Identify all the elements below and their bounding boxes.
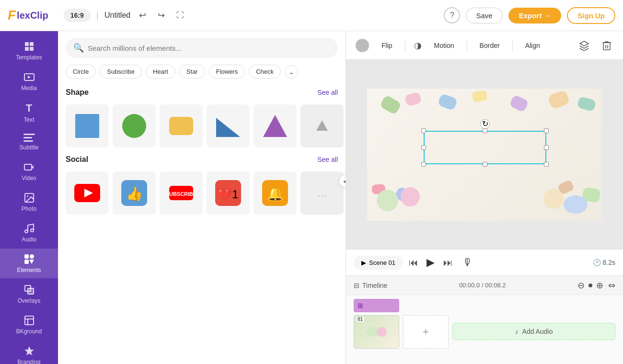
elements-icon xyxy=(23,253,35,265)
social-subscribe[interactable]: SUBSCRIBE xyxy=(160,171,203,215)
ratio-button[interactable]: 16:9 xyxy=(64,9,91,22)
sidebar-item-video[interactable]: Video xyxy=(0,157,58,186)
social-grid: 👍 SUBSCRIBE ❤️1 🔔 … xyxy=(58,168,346,218)
sidebar-item-audio[interactable]: Audio xyxy=(0,218,58,248)
shape-circle[interactable] xyxy=(113,104,156,148)
signup-button[interactable]: Sign Up xyxy=(567,7,615,24)
shape-square[interactable] xyxy=(66,104,109,148)
tags-more-button[interactable]: ⌄ xyxy=(285,65,298,79)
sidebar-item-bkground[interactable]: BKground xyxy=(0,310,58,340)
save-button[interactable]: Save xyxy=(466,8,502,23)
tag-flowers[interactable]: Flowers xyxy=(209,65,245,79)
toolbar-sep-1 xyxy=(405,40,405,51)
subtitle-icon xyxy=(23,134,35,142)
next-button[interactable]: ⏭ xyxy=(443,257,453,268)
sidebar-item-media[interactable]: Media xyxy=(0,67,58,96)
sidebar-item-text[interactable]: T Text xyxy=(0,97,58,128)
zoom-in-button[interactable]: ⊕ xyxy=(596,280,603,291)
align-button[interactable]: Align xyxy=(521,40,544,51)
bkground-icon xyxy=(23,315,35,326)
sidebar-item-branding[interactable]: Branding xyxy=(0,341,58,364)
svg-point-15 xyxy=(30,254,34,259)
redo-button[interactable]: ↪ xyxy=(155,7,168,23)
sidebar-item-elements[interactable]: Elements xyxy=(0,249,58,278)
sidebar-item-photo[interactable]: Photo xyxy=(0,187,58,217)
canvas-preview[interactable]: ↻ xyxy=(367,89,602,221)
handle-tm[interactable] xyxy=(483,128,487,133)
time-display: 🕐 8.2s xyxy=(593,259,615,266)
handle-tr[interactable] xyxy=(544,128,549,133)
svg-point-12 xyxy=(25,230,28,233)
tag-check[interactable]: Check xyxy=(249,65,281,79)
social-youtube[interactable] xyxy=(66,171,109,215)
sidebar-label-templates: Templates xyxy=(16,54,42,61)
main-content: Templates Media T Text Subtitle Video xyxy=(0,31,623,364)
export-button[interactable]: Export → xyxy=(508,8,562,23)
shape-more[interactable] xyxy=(300,104,344,148)
shape-rounded-rect[interactable] xyxy=(160,104,203,148)
toolbar-sep-3 xyxy=(512,40,513,51)
social-thumbsup[interactable]: 👍 xyxy=(113,171,156,215)
social-bell[interactable]: 🔔 xyxy=(254,171,297,215)
element-clip[interactable]: ⊞ xyxy=(354,299,399,312)
tag-circle[interactable]: Circle xyxy=(66,65,96,79)
sidebar-item-subtitle[interactable]: Subtitle xyxy=(0,129,58,156)
scene-clip-1[interactable]: 01 xyxy=(354,315,399,349)
delete-button[interactable] xyxy=(600,38,613,53)
sidebar-label-elements: Elements xyxy=(17,267,41,273)
handle-ml[interactable] xyxy=(421,145,426,150)
templates-icon xyxy=(23,41,35,52)
search-input[interactable] xyxy=(88,44,330,52)
svg-marker-28 xyxy=(263,115,287,137)
track-area: ⊞ 01 + xyxy=(354,299,449,349)
social-more[interactable]: … xyxy=(300,171,344,215)
add-audio-label: Add Audio xyxy=(522,328,553,335)
zoom-out-button[interactable]: ⊖ xyxy=(577,280,585,291)
mic-button[interactable]: 🎙 xyxy=(462,256,473,269)
add-scene-button[interactable]: + xyxy=(403,315,449,349)
add-audio-button[interactable]: ♪ Add Audio xyxy=(452,323,615,340)
tags-row: Circle Subscribe Heart Star Flowers Chec… xyxy=(58,65,346,84)
svg-rect-0 xyxy=(25,42,29,46)
play-pause-button[interactable]: ▶ xyxy=(422,254,439,271)
canvas-toolbar: Flip ◑ Motion Border Align xyxy=(346,31,623,60)
tag-heart[interactable]: Heart xyxy=(146,65,175,79)
sidebar-item-templates[interactable]: Templates xyxy=(0,36,58,66)
scene-button[interactable]: ▶ Scene 01 xyxy=(354,256,403,270)
topbar: F lexClip 16:9 | Untitled ↩ ↪ ⛶ ? Save E… xyxy=(0,0,623,31)
media-icon xyxy=(23,71,35,83)
prev-button[interactable]: ⏮ xyxy=(409,257,418,268)
handle-bm[interactable] xyxy=(483,162,487,167)
layers-button[interactable] xyxy=(577,38,591,53)
svg-rect-41 xyxy=(603,43,610,50)
fullscreen-button[interactable]: ⛶ xyxy=(173,8,187,23)
search-icon: 🔍 xyxy=(73,43,84,53)
handle-tl[interactable] xyxy=(421,128,426,133)
handle-mr[interactable] xyxy=(544,145,549,150)
tag-subscribe[interactable]: Subscribe xyxy=(100,65,142,79)
expand-timeline-button[interactable]: ⇔ xyxy=(608,280,615,291)
shape-see-all[interactable]: See all xyxy=(317,89,338,96)
handle-bl[interactable] xyxy=(421,162,426,167)
flip-button[interactable]: Flip xyxy=(378,40,396,51)
color-picker[interactable] xyxy=(356,39,369,52)
undo-button[interactable]: ↩ xyxy=(136,7,149,23)
audio-icon xyxy=(23,223,35,234)
motion-button[interactable]: Motion xyxy=(430,40,458,51)
border-button[interactable]: Border xyxy=(476,40,504,51)
timeline-toggle[interactable]: ⊟ Timeline xyxy=(354,282,387,289)
svg-rect-6 xyxy=(23,137,32,138)
tag-star[interactable]: Star xyxy=(179,65,205,79)
rotate-handle[interactable]: ↻ xyxy=(480,119,490,129)
social-see-all[interactable]: See all xyxy=(317,156,338,163)
video-icon xyxy=(23,161,35,173)
sidebar-item-overlays[interactable]: Overlays xyxy=(0,279,58,309)
handle-br[interactable] xyxy=(544,162,549,167)
canvas-wrapper: ↻ xyxy=(346,60,623,249)
shape-right-triangle[interactable] xyxy=(207,104,250,148)
help-button[interactable]: ? xyxy=(444,7,460,23)
shape-triangle[interactable] xyxy=(254,104,297,148)
selection-box[interactable]: ↻ xyxy=(424,131,546,164)
sidebar-label-overlays: Overlays xyxy=(18,297,40,304)
social-like-counter[interactable]: ❤️1 xyxy=(207,171,250,215)
